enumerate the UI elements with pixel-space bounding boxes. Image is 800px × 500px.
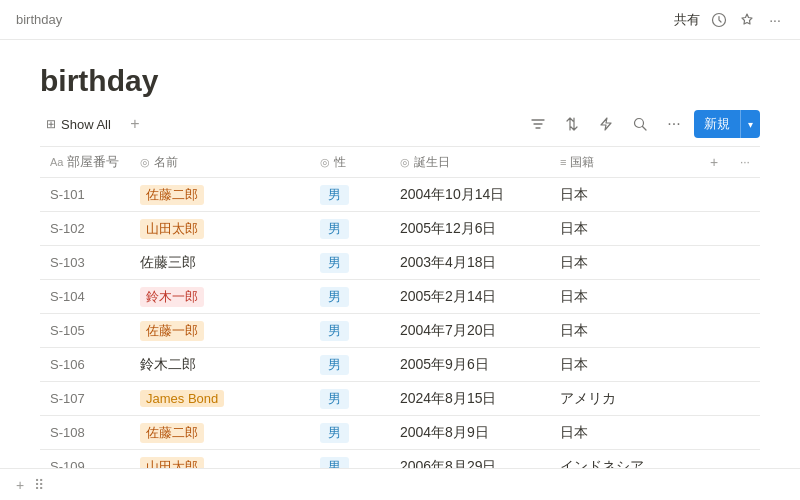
gender-tag: 男 — [320, 287, 349, 307]
col-header-room: Aa 部屋番号 — [40, 147, 130, 178]
name-tag: 佐藤二郎 — [140, 185, 204, 205]
table-row[interactable]: S-106 鈴木二郎 男 2005年9月6日 日本 — [40, 348, 760, 382]
cell-room: S-108 — [40, 416, 130, 450]
data-table: Aa 部屋番号 ◎ 名前 ◎ 性 — [40, 146, 760, 476]
col-more[interactable]: ··· — [730, 147, 760, 178]
cell-birthday: 2004年7月20日 — [390, 314, 550, 348]
cell-gender: 男 — [310, 178, 390, 212]
gender-tag: 男 — [320, 389, 349, 409]
clock-icon[interactable] — [710, 11, 728, 29]
cell-birthday: 2003年4月18日 — [390, 246, 550, 280]
cell-gender: 男 — [310, 348, 390, 382]
share-button[interactable]: 共有 — [674, 11, 700, 29]
cell-plus — [700, 178, 730, 212]
cell-country: 日本 — [550, 348, 700, 382]
table-row[interactable]: S-107 James Bond 男 2024年8月15日 アメリカ — [40, 382, 760, 416]
cell-gender: 男 — [310, 416, 390, 450]
table-row[interactable]: S-108 佐藤二郎 男 2004年8月9日 日本 — [40, 416, 760, 450]
toolbar-left: ⊞ Show All + — [40, 114, 145, 135]
show-all-label: Show All — [61, 117, 111, 132]
cell-birthday: 2005年2月14日 — [390, 280, 550, 314]
gender-tag: 男 — [320, 423, 349, 443]
page-title: birthday — [40, 64, 760, 98]
cell-gender: 男 — [310, 280, 390, 314]
data-table-wrapper: Aa 部屋番号 ◎ 名前 ◎ 性 — [40, 146, 760, 476]
cell-plus — [700, 348, 730, 382]
table-header-row: Aa 部屋番号 ◎ 名前 ◎ 性 — [40, 147, 760, 178]
cell-room: S-107 — [40, 382, 130, 416]
gender-tag: 男 — [320, 253, 349, 273]
cell-country: 日本 — [550, 416, 700, 450]
table-row[interactable]: S-101 佐藤二郎 男 2004年10月14日 日本 — [40, 178, 760, 212]
sort-icon[interactable] — [558, 110, 586, 138]
cell-country: アメリカ — [550, 382, 700, 416]
cell-gender: 男 — [310, 314, 390, 348]
cell-room: S-102 — [40, 212, 130, 246]
cell-plus — [700, 280, 730, 314]
search-icon[interactable] — [626, 110, 654, 138]
name-tag: 佐藤二郎 — [140, 423, 204, 443]
cell-room: S-101 — [40, 178, 130, 212]
drag-icon[interactable]: ⠿ — [34, 477, 44, 493]
cell-country: 日本 — [550, 280, 700, 314]
col-gender-icon: ◎ — [320, 156, 330, 169]
show-all-button[interactable]: ⊞ Show All — [40, 114, 117, 135]
cell-plus — [700, 246, 730, 280]
cell-name: James Bond — [130, 382, 310, 416]
main-content: birthday ⊞ Show All + — [0, 40, 800, 476]
more-options-icon[interactable]: ··· — [660, 110, 688, 138]
col-header-birthday: ◎ 誕生日 — [390, 147, 550, 178]
cell-plus — [700, 314, 730, 348]
toolbar: ⊞ Show All + — [40, 110, 760, 138]
cell-name: 佐藤二郎 — [130, 416, 310, 450]
cell-name: 佐藤二郎 — [130, 178, 310, 212]
add-row-icon[interactable]: + — [16, 477, 24, 493]
cell-birthday: 2024年8月15日 — [390, 382, 550, 416]
cell-gender: 男 — [310, 246, 390, 280]
cell-more — [730, 212, 760, 246]
col-header-gender: ◎ 性 — [310, 147, 390, 178]
star-icon[interactable] — [738, 11, 756, 29]
gender-tag: 男 — [320, 185, 349, 205]
cell-country: 日本 — [550, 212, 700, 246]
col-country-label: 国籍 — [570, 154, 594, 171]
table-row[interactable]: S-102 山田太郎 男 2005年12月6日 日本 — [40, 212, 760, 246]
col-header-country: ≡ 国籍 — [550, 147, 700, 178]
cell-birthday: 2005年12月6日 — [390, 212, 550, 246]
col-add-field[interactable]: + — [700, 147, 730, 178]
add-view-button[interactable]: + — [125, 114, 145, 134]
col-birthday-icon: ◎ — [400, 156, 410, 169]
col-birthday-label: 誕生日 — [414, 154, 450, 171]
cell-birthday: 2004年8月9日 — [390, 416, 550, 450]
cell-birthday: 2004年10月14日 — [390, 178, 550, 212]
cell-room: S-104 — [40, 280, 130, 314]
cell-plus — [700, 382, 730, 416]
cell-name: 鈴木一郎 — [130, 280, 310, 314]
cell-gender: 男 — [310, 382, 390, 416]
cell-room: S-106 — [40, 348, 130, 382]
more-icon[interactable]: ··· — [766, 11, 784, 29]
new-button-arrow: ▾ — [741, 119, 760, 130]
filter-icon[interactable] — [524, 110, 552, 138]
gender-tag: 男 — [320, 219, 349, 239]
name-tag: 山田太郎 — [140, 219, 204, 239]
lightning-icon[interactable] — [592, 110, 620, 138]
cell-more — [730, 314, 760, 348]
cell-more — [730, 348, 760, 382]
cell-room: S-103 — [40, 246, 130, 280]
table-row[interactable]: S-104 鈴木一郎 男 2005年2月14日 日本 — [40, 280, 760, 314]
cell-country: 日本 — [550, 246, 700, 280]
col-room-icon: Aa — [50, 156, 63, 168]
col-name-label: 名前 — [154, 154, 178, 171]
top-bar-actions: 共有 ··· — [674, 11, 784, 29]
cell-name: 山田太郎 — [130, 212, 310, 246]
table-row[interactable]: S-105 佐藤一郎 男 2004年7月20日 日本 — [40, 314, 760, 348]
cell-country: 日本 — [550, 314, 700, 348]
cell-name: 佐藤三郎 — [130, 246, 310, 280]
col-room-label: 部屋番号 — [67, 153, 119, 171]
table-row[interactable]: S-103 佐藤三郎 男 2003年4月18日 日本 — [40, 246, 760, 280]
top-bar: birthday 共有 ··· — [0, 0, 800, 40]
cell-gender: 男 — [310, 212, 390, 246]
col-name-icon: ◎ — [140, 156, 150, 169]
new-record-button[interactable]: 新規 ▾ — [694, 110, 760, 138]
